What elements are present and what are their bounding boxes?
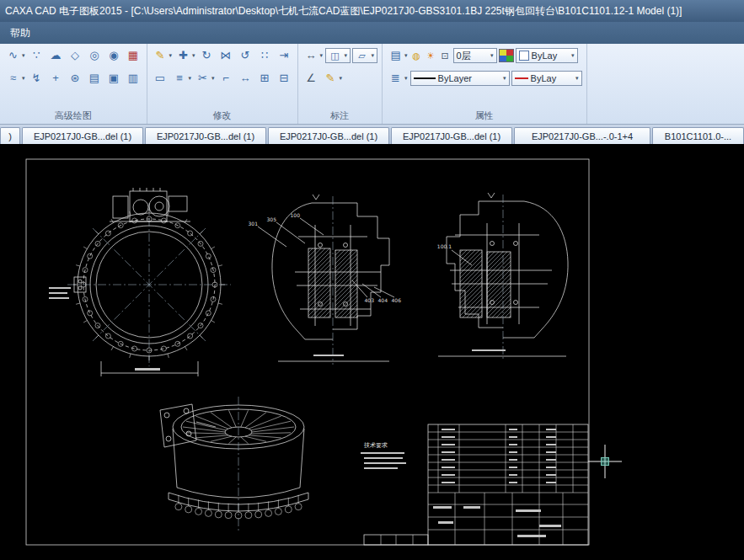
tab-document-4[interactable]: EJP0217J0-GB...del (1) [391,127,512,144]
tab-document-1[interactable]: EJP0217J0-GB...del (1) [22,127,143,144]
points-tool[interactable]: ∵ [28,48,45,63]
extend-tool[interactable]: ⇥ [276,48,293,63]
offset-tool[interactable]: ≡▾ [171,71,193,86]
zigzag-icon: ↯ [29,71,45,86]
drawing-labels: 301 305 100 403 404 406 100.1 技术要求 [249,212,452,449]
view-flange [67,188,231,376]
view-section-middle [258,195,394,365]
pencil-tool[interactable]: ✎▾ [152,48,174,63]
mirror-icon: ⋈ [218,48,234,63]
chevron-down-icon: ▾ [340,75,343,82]
layer-settings-button[interactable]: ≣▾ [387,71,409,86]
chevron-down-icon: ▾ [571,52,575,59]
table-tool[interactable]: ▦ [125,48,142,63]
angle-icon: ∠ [303,71,319,86]
tab-document-2[interactable]: EJP0217J0-GB...del (1) [145,127,266,144]
group-label-draw: 高级绘图 [4,109,142,124]
axis-tool[interactable]: + [47,71,65,86]
revision-cloud-tool[interactable]: ☁ [47,48,65,63]
wave-line-tool[interactable]: ≈▾ [4,71,26,86]
array-tool[interactable]: ∷ [256,48,274,63]
layer-value: 0层 [457,50,471,62]
printer-icon[interactable]: ⊡ [439,48,452,63]
draw-row-2: ≈▾ ↯ + ⊛ ▤ ▣ ▥ [4,69,142,88]
tab-document-6[interactable]: B101C1101.0-... [652,127,744,144]
polygon-tool[interactable]: ◇ [67,48,84,63]
chevron-down-icon: ▾ [192,52,195,59]
menu-help[interactable]: 帮助 [3,24,37,42]
rotate-tool[interactable]: ↻ [198,48,216,63]
balloon-406: 406 [392,297,402,303]
inspect-tool[interactable]: ◉ [105,48,123,63]
zigzag-tool[interactable]: ↯ [28,71,45,86]
explode-tool[interactable]: ⊟ [276,71,293,86]
trim-tool[interactable]: ✂▾ [194,71,216,86]
chart-tool[interactable]: ▤ [86,71,104,86]
angle-dimension-tool[interactable]: ∠ [302,71,320,86]
view-section-right [438,193,568,361]
offset-icon: ≡ [172,71,188,86]
tab-partial[interactable]: ) [0,127,20,144]
album-tool[interactable]: ▥ [125,71,142,86]
color-value: ByLay [532,51,558,61]
draw-rows: ∿▾ ∵ ☁ ◇ ◎ ◉ ▦ ≈▾ ↯ + ⊛ ▤ ▣ ▥ [4,46,142,109]
rotate-copy-tool[interactable]: ↺ [237,48,254,63]
balloon-404: 404 [378,297,388,303]
chevron-down-icon: ▾ [189,75,192,82]
move-tool[interactable]: ✚▾ [174,48,196,63]
stretch-tool[interactable]: ↔ [237,71,254,86]
ribbon: ∿▾ ∵ ☁ ◇ ◎ ◉ ▦ ≈▾ ↯ + ⊛ ▤ ▣ ▥ [0,44,744,125]
copy-tool[interactable]: ⊞ [256,71,274,86]
mirror-tool[interactable]: ⋈ [217,48,235,63]
dimension-edit-select[interactable]: ▱▾ [352,48,377,63]
corner-tool[interactable]: ⌐ [217,71,235,86]
bulb-icon[interactable]: ◍ [410,48,423,63]
layer-list-icon: ≣ [388,71,404,86]
copy-icon: ⊞ [257,71,273,86]
linear-dimension-tool[interactable]: ↔▾ [302,48,324,63]
chevron-down-icon: ▾ [22,75,25,82]
layer-select[interactable]: 0层▾ [453,48,497,63]
caxa-window: CAXA CAD 电子图板2015 - [C:\Users\Administra… [0,0,744,560]
spline-tool[interactable]: ∿▾ [4,48,26,63]
lineweight-preview [515,77,528,79]
chevron-down-icon: ▾ [503,75,506,82]
extend-icon: ⇥ [276,48,292,63]
text-edit-tool[interactable]: ✎▾ [322,71,344,86]
rectangle-tool[interactable]: ▭ [152,71,169,86]
group-label-dimension: 标注 [302,109,378,124]
axis-icon: + [48,71,64,86]
points-icon: ∵ [29,48,45,63]
circle-mark-tool[interactable]: ◎ [86,48,104,63]
balloon-305: 305 [267,216,277,222]
image-tool[interactable]: ▣ [105,71,123,86]
modify-row-1: ✎▾ ✚▾ ↻ ⋈ ↺ ∷ ⇥ [152,46,293,65]
array-icon: ∷ [257,48,273,63]
lineweight-select[interactable]: ByLay▾ [511,71,582,86]
balloon-301: 301 [249,221,259,227]
properties-rows: ▤▾ ◍ ☀ ⊡ 0层▾ ByLay▾ ≣▾ ByLayer▾ ByLay▾ [387,46,582,109]
dimension-row-1: ↔▾ ◫▾ ▱▾ [302,46,378,65]
document-tabbar: ) EJP0217J0-GB...del (1) EJP0217J0-GB...… [0,125,744,144]
chevron-down-icon: ▾ [211,75,215,82]
properties-row-1: ▤▾ ◍ ☀ ⊡ 0层▾ ByLay▾ [387,46,582,65]
chevron-down-icon: ▾ [404,52,408,59]
palette-icon[interactable] [499,49,514,62]
stretch-icon: ↔ [238,71,254,86]
dimension-style-select[interactable]: ◫▾ [325,48,351,63]
crosshair-cursor [588,445,622,478]
dimension-row-2: ∠ ✎▾ [302,69,378,88]
layer-manager-button[interactable]: ▤▾ [387,48,409,63]
explode-icon: ⊟ [276,71,292,86]
linear-dimension-icon: ↔ [303,48,319,63]
linetype-select[interactable]: ByLayer▾ [410,71,510,86]
tab-document-3[interactable]: EJP0217J0-GB...del (1) [268,127,389,144]
sun-icon[interactable]: ☀ [425,48,437,63]
ribbon-group-modify: ✎▾ ✚▾ ↻ ⋈ ↺ ∷ ⇥ ▭ ≡▾ ✂▾ ⌐ ↔ ⊞ ⊟ [147,44,298,124]
chevron-down-icon: ▾ [575,75,579,82]
gear-tool[interactable]: ⊛ [67,71,84,86]
color-select[interactable]: ByLay▾ [516,48,578,63]
titlebar[interactable]: CAXA CAD 电子图板2015 - [C:\Users\Administra… [0,0,744,22]
drawing-canvas[interactable]: 301 305 100 403 404 406 100.1 技术要求 [0,144,744,560]
tab-document-5[interactable]: EJP0217J0-GB...-.0-1+4 [514,127,650,144]
